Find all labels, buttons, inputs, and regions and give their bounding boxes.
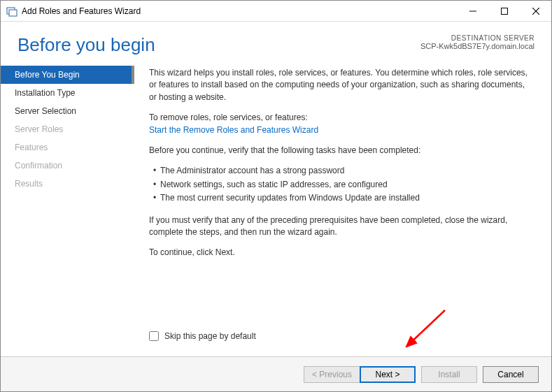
wizard-window: Add Roles and Features Wizard Before you…: [0, 0, 552, 392]
svg-rect-1: [9, 10, 17, 16]
header: Before you begin DESTINATION SERVER SCP-…: [1, 22, 551, 63]
body: Before You Begin Installation Type Serve…: [1, 63, 551, 356]
prerequisites-list: •The Administrator account has a strong …: [149, 165, 532, 205]
skip-row: Skip this page by default: [149, 331, 532, 342]
window-title: Add Roles and Features Wizard: [22, 6, 457, 16]
remove-roles-link[interactable]: Start the Remove Roles and Features Wiza…: [149, 124, 532, 136]
remove-label: To remove roles, role services, or featu…: [149, 112, 532, 124]
destination-label: DESTINATION SERVER: [420, 34, 535, 42]
step-installation-type[interactable]: Installation Type: [1, 84, 134, 102]
maximize-button[interactable]: [488, 1, 520, 22]
step-server-selection[interactable]: Server Selection: [1, 102, 134, 120]
bullet-icon: •: [149, 179, 160, 191]
minimize-button[interactable]: [457, 1, 488, 22]
page-title: Before you begin: [17, 34, 155, 56]
destination-info: DESTINATION SERVER SCP-Kwk5dBS7E7y.domai…: [420, 34, 535, 50]
cancel-button[interactable]: Cancel: [483, 366, 539, 383]
skip-label: Skip this page by default: [164, 331, 256, 342]
list-item: •The Administrator account has a strong …: [149, 165, 532, 177]
destination-server: SCP-Kwk5dBS7E7y.domain.local: [420, 42, 535, 50]
continue-text: To continue, click Next.: [149, 247, 532, 259]
skip-checkbox[interactable]: [149, 331, 159, 341]
intro-text: This wizard helps you install roles, rol…: [149, 67, 532, 103]
step-server-roles: Server Roles: [1, 120, 134, 138]
window-controls: [457, 1, 551, 21]
app-icon: [6, 6, 17, 17]
steps-sidebar: Before You Begin Installation Type Serve…: [1, 63, 134, 356]
previous-button: < Previous: [304, 366, 360, 383]
bullet-icon: •: [149, 165, 160, 177]
step-confirmation: Confirmation: [1, 157, 134, 175]
step-before-you-begin[interactable]: Before You Begin: [1, 66, 134, 84]
install-button: Install: [421, 366, 477, 383]
titlebar: Add Roles and Features Wizard: [1, 1, 551, 22]
step-results: Results: [1, 175, 134, 193]
close-button[interactable]: [520, 1, 551, 22]
svg-rect-3: [501, 8, 507, 15]
verify-label: Before you continue, verify that the fol…: [149, 145, 532, 157]
next-button[interactable]: Next >: [360, 366, 416, 383]
list-item: •Network settings, such as static IP add…: [149, 179, 532, 191]
footer: < Previous Next > Install Cancel: [1, 356, 551, 391]
nav-button-group: < Previous Next >: [304, 366, 416, 383]
verify-close-text: If you must verify that any of the prece…: [149, 215, 532, 239]
bullet-icon: •: [149, 192, 160, 204]
step-features: Features: [1, 138, 134, 157]
content-panel: This wizard helps you install roles, rol…: [134, 63, 551, 356]
list-item: •The most current security updates from …: [149, 192, 532, 204]
